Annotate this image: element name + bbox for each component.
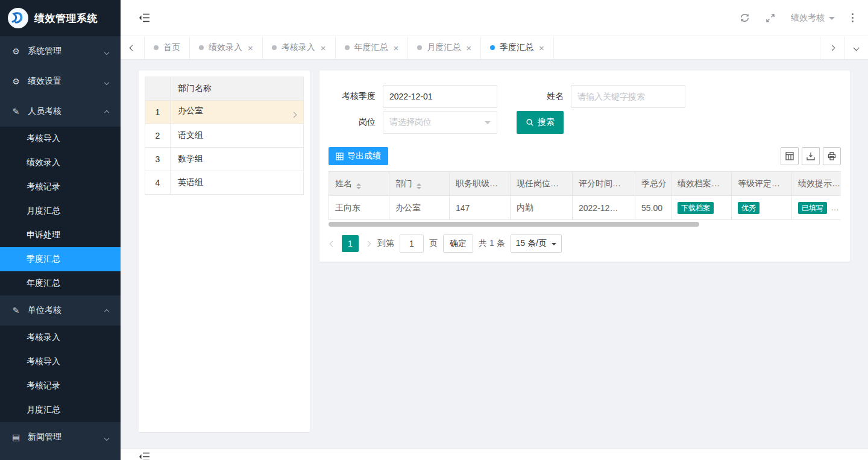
edit-icon: ✎ xyxy=(11,306,21,315)
cell-post: 内勤 xyxy=(511,196,573,220)
department-name: 数学组 xyxy=(178,154,203,163)
sidebar-item-unit-assess-entry[interactable]: 考核录入 xyxy=(0,326,121,350)
truncation-ellipsis: … xyxy=(831,203,839,212)
post-select-placeholder: 请选择岗位 xyxy=(389,117,432,128)
edit-icon: ✎ xyxy=(11,107,21,116)
cell-rank: 147 xyxy=(450,196,511,220)
tab-monthly-summary[interactable]: 月度汇总 × xyxy=(408,36,481,59)
goto-confirm-button[interactable]: 确定 xyxy=(443,235,473,253)
department-row[interactable]: 1 办公室 xyxy=(145,101,304,124)
sidebar-group-label: 新闻管理 xyxy=(28,432,61,443)
sidebar-item-label: 月度汇总 xyxy=(27,405,60,415)
tab-dot-icon xyxy=(345,45,350,50)
chevron-down-icon xyxy=(552,243,556,248)
chevron-up-icon xyxy=(105,306,108,315)
chevron-down-icon xyxy=(829,17,835,23)
sidebar-item-assess-import[interactable]: 考核导入 xyxy=(0,127,121,151)
sidebar-item-label: 考核导入 xyxy=(27,133,60,144)
tab-label: 绩效录入 xyxy=(209,42,242,53)
tabs-operations-dropdown[interactable] xyxy=(844,36,868,59)
column-header-archive: 绩效档案… xyxy=(671,172,732,196)
page-size-value: 15 条/页 xyxy=(516,238,547,249)
grade-badge[interactable]: 优秀 xyxy=(738,202,760,214)
sidebar-item-perf-entry[interactable]: 绩效录入 xyxy=(0,151,121,175)
quarter-input[interactable] xyxy=(383,85,497,108)
cell-grade: 优秀 xyxy=(732,196,792,220)
department-row[interactable]: 3 数学组 xyxy=(145,148,304,171)
sidebar-item-annual-summary[interactable]: 年度汇总 xyxy=(0,271,121,295)
close-tab-icon[interactable]: × xyxy=(248,43,253,53)
tabs-scroll-right[interactable] xyxy=(820,36,844,59)
sidebar-item-unit-assess-record[interactable]: 考核记录 xyxy=(0,374,121,398)
tabs-scroll-left[interactable] xyxy=(121,36,145,59)
sidebar-group-unit-assess[interactable]: ✎ 单位考核 xyxy=(0,295,121,326)
topbar-actions: 绩效考核 xyxy=(740,12,855,24)
horizontal-scrollbar xyxy=(329,222,841,227)
summary-panel: 考核季度 姓名 岗位 请选择岗位 xyxy=(319,71,850,262)
table-grid-icon xyxy=(336,153,344,160)
tip-badge[interactable]: 已填写 xyxy=(798,202,827,214)
sidebar-group-system[interactable]: ⚙ 系统管理 xyxy=(0,36,121,66)
sidebar-group-label: 人员考核 xyxy=(28,106,61,117)
sidebar-group-label: 绩效设置 xyxy=(28,76,61,87)
page-content: 部门名称 1 办公室 2 语文组 3 xyxy=(121,59,868,460)
export-data-icon[interactable] xyxy=(802,147,820,165)
sidebar-group-label: 系统管理 xyxy=(28,46,61,57)
download-archive-button[interactable]: 下载档案 xyxy=(678,202,714,214)
total-count-label: 共 1 条 xyxy=(479,238,505,249)
prev-page-icon[interactable] xyxy=(329,242,336,246)
grid-toolbar: 导出成绩 xyxy=(329,147,841,171)
tab-annual-summary[interactable]: 年度汇总 × xyxy=(336,36,409,59)
tab-dot-icon xyxy=(154,45,159,50)
collapse-sidebar-icon[interactable] xyxy=(139,13,150,22)
toggle-columns-icon[interactable] xyxy=(781,147,799,165)
close-tab-icon[interactable]: × xyxy=(321,43,326,53)
next-page-icon[interactable] xyxy=(364,242,372,246)
sort-icon[interactable] xyxy=(417,183,421,189)
sidebar-item-unit-assess-import[interactable]: 考核导入 xyxy=(0,350,121,374)
sidebar-item-assess-record[interactable]: 考核记录 xyxy=(0,175,121,199)
tab-home[interactable]: 首页 xyxy=(145,36,190,59)
sidebar-item-appeal[interactable]: 申诉处理 xyxy=(0,223,121,247)
horizontal-scrollbar-thumb[interactable] xyxy=(329,222,699,227)
department-row[interactable]: 4 英语组 xyxy=(145,171,304,195)
column-header-name[interactable]: 姓名 xyxy=(329,172,389,196)
app-logo: 绩效管理系统 xyxy=(0,0,121,36)
column-header-dept[interactable]: 部门 xyxy=(389,172,450,196)
sidebar-group-person-assess[interactable]: ✎ 人员考核 xyxy=(0,96,121,127)
export-scores-button[interactable]: 导出成绩 xyxy=(329,147,388,165)
department-name-header: 部门名称 xyxy=(171,77,304,101)
post-label: 岗位 xyxy=(335,117,383,128)
tab-perf-entry[interactable]: 绩效录入 × xyxy=(190,36,263,59)
goto-page-input[interactable] xyxy=(400,235,424,253)
name-search-input[interactable] xyxy=(571,85,685,108)
bottom-bar xyxy=(121,449,868,460)
sidebar: 绩效管理系统 ⚙ 系统管理 ⚙︎ 绩效设置 ✎ 人员考核 考核导入 绩效录入 xyxy=(0,0,121,460)
sidebar-item-unit-monthly-summary[interactable]: 月度汇总 xyxy=(0,398,121,422)
more-menu-icon[interactable] xyxy=(851,12,855,24)
search-button[interactable]: 搜索 xyxy=(517,111,564,134)
tab-quarterly-summary[interactable]: 季度汇总 × xyxy=(481,36,554,59)
column-header-score-time: 评分时间… xyxy=(573,172,635,196)
close-tab-icon[interactable]: × xyxy=(539,43,544,53)
sidebar-item-quarterly-summary[interactable]: 季度汇总 xyxy=(0,247,121,271)
page-size-select[interactable]: 15 条/页 xyxy=(511,235,562,253)
sort-icon[interactable] xyxy=(356,183,361,189)
sidebar-item-monthly-summary[interactable]: 月度汇总 xyxy=(0,199,121,223)
current-page-button[interactable]: 1 xyxy=(342,235,359,252)
collapse-sidebar-icon[interactable] xyxy=(139,452,150,460)
refresh-icon[interactable] xyxy=(740,13,750,23)
tab-assess-entry[interactable]: 考核录入 × xyxy=(263,36,336,59)
close-tab-icon[interactable]: × xyxy=(394,43,399,53)
filter-form: 考核季度 姓名 岗位 请选择岗位 xyxy=(329,80,841,135)
sidebar-item-label: 考核导入 xyxy=(27,356,60,367)
post-select[interactable]: 请选择岗位 xyxy=(383,111,497,134)
department-row[interactable]: 2 语文组 xyxy=(145,124,304,148)
close-tab-icon[interactable]: × xyxy=(466,43,471,53)
sidebar-item-label: 考核记录 xyxy=(27,181,60,192)
print-icon[interactable] xyxy=(823,147,841,165)
fullscreen-icon[interactable] xyxy=(766,13,775,23)
user-menu-dropdown[interactable]: 绩效考核 xyxy=(791,13,835,24)
sidebar-group-news[interactable]: ▤ 新闻管理 xyxy=(0,422,121,452)
sidebar-group-perf-settings[interactable]: ⚙︎ 绩效设置 xyxy=(0,66,121,96)
